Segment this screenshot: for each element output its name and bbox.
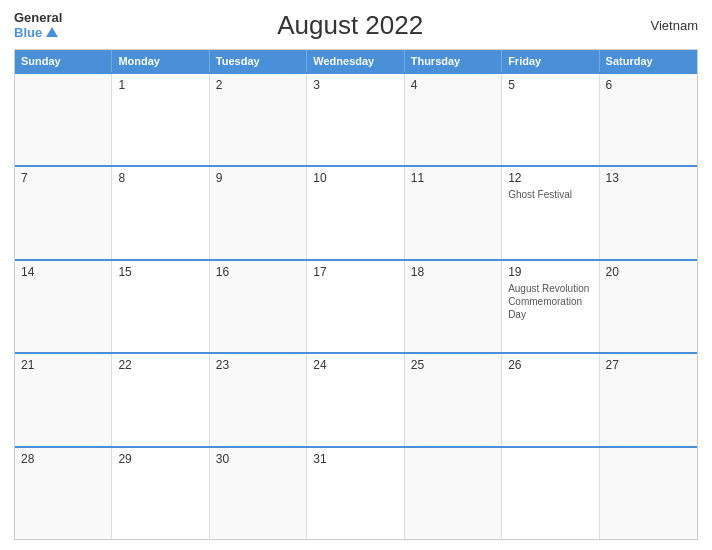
calendar-cell-w4-d3: 23 bbox=[210, 354, 307, 445]
calendar-cell-w1-d7: 6 bbox=[600, 74, 697, 165]
day-number: 26 bbox=[508, 358, 592, 372]
day-number: 30 bbox=[216, 452, 300, 466]
calendar-cell-w1-d6: 5 bbox=[502, 74, 599, 165]
header-friday: Friday bbox=[502, 50, 599, 72]
calendar-cell-w3-d7: 20 bbox=[600, 261, 697, 352]
calendar-cell-w3-d2: 15 bbox=[112, 261, 209, 352]
calendar-cell-w5-d4: 31 bbox=[307, 448, 404, 539]
calendar-cell-w4-d5: 25 bbox=[405, 354, 502, 445]
day-number: 23 bbox=[216, 358, 300, 372]
calendar-cell-w4-d2: 22 bbox=[112, 354, 209, 445]
country-label: Vietnam bbox=[638, 18, 698, 33]
calendar-cell-w2-d7: 13 bbox=[600, 167, 697, 258]
calendar-cell-w2-d4: 10 bbox=[307, 167, 404, 258]
day-number: 5 bbox=[508, 78, 592, 92]
header-wednesday: Wednesday bbox=[307, 50, 404, 72]
event-label: August Revolution Commemoration Day bbox=[508, 282, 592, 321]
calendar-header-row: Sunday Monday Tuesday Wednesday Thursday… bbox=[15, 50, 697, 72]
calendar-cell-w5-d5 bbox=[405, 448, 502, 539]
calendar-week-3: 141516171819August Revolution Commemorat… bbox=[15, 259, 697, 352]
header-monday: Monday bbox=[112, 50, 209, 72]
day-number: 10 bbox=[313, 171, 397, 185]
calendar-cell-w3-d3: 16 bbox=[210, 261, 307, 352]
calendar-cell-w3-d6: 19August Revolution Commemoration Day bbox=[502, 261, 599, 352]
calendar-cell-w2-d2: 8 bbox=[112, 167, 209, 258]
calendar-cell-w5-d7 bbox=[600, 448, 697, 539]
day-number: 11 bbox=[411, 171, 495, 185]
calendar-cell-w5-d2: 29 bbox=[112, 448, 209, 539]
calendar-week-4: 21222324252627 bbox=[15, 352, 697, 445]
calendar-cell-w4-d7: 27 bbox=[600, 354, 697, 445]
day-number: 25 bbox=[411, 358, 495, 372]
calendar-cell-w2-d5: 11 bbox=[405, 167, 502, 258]
calendar-cell-w5-d1: 28 bbox=[15, 448, 112, 539]
day-number: 20 bbox=[606, 265, 691, 279]
day-number: 29 bbox=[118, 452, 202, 466]
day-number: 9 bbox=[216, 171, 300, 185]
day-number: 8 bbox=[118, 171, 202, 185]
day-number: 18 bbox=[411, 265, 495, 279]
calendar-cell-w1-d3: 2 bbox=[210, 74, 307, 165]
calendar-cell-w1-d4: 3 bbox=[307, 74, 404, 165]
day-number: 13 bbox=[606, 171, 691, 185]
day-number: 15 bbox=[118, 265, 202, 279]
day-number: 12 bbox=[508, 171, 592, 185]
calendar-cell-w5-d6 bbox=[502, 448, 599, 539]
event-label: Ghost Festival bbox=[508, 188, 592, 201]
header-thursday: Thursday bbox=[405, 50, 502, 72]
calendar-body: 123456789101112Ghost Festival13141516171… bbox=[15, 72, 697, 539]
header-sunday: Sunday bbox=[15, 50, 112, 72]
day-number: 2 bbox=[216, 78, 300, 92]
logo: General Blue bbox=[14, 11, 62, 40]
calendar-cell-w4-d4: 24 bbox=[307, 354, 404, 445]
day-number: 4 bbox=[411, 78, 495, 92]
day-number: 17 bbox=[313, 265, 397, 279]
day-number: 19 bbox=[508, 265, 592, 279]
calendar-cell-w5-d3: 30 bbox=[210, 448, 307, 539]
day-number: 3 bbox=[313, 78, 397, 92]
calendar-week-2: 789101112Ghost Festival13 bbox=[15, 165, 697, 258]
day-number: 27 bbox=[606, 358, 691, 372]
calendar-cell-w4-d1: 21 bbox=[15, 354, 112, 445]
day-number: 31 bbox=[313, 452, 397, 466]
day-number: 7 bbox=[21, 171, 105, 185]
logo-blue-text: Blue bbox=[14, 26, 58, 40]
calendar-cell-w3-d5: 18 bbox=[405, 261, 502, 352]
day-number: 21 bbox=[21, 358, 105, 372]
calendar-title: August 2022 bbox=[62, 10, 638, 41]
calendar-page: General Blue August 2022 Vietnam Sunday … bbox=[0, 0, 712, 550]
day-number: 22 bbox=[118, 358, 202, 372]
logo-general-text: General bbox=[14, 11, 62, 25]
calendar-cell-w1-d5: 4 bbox=[405, 74, 502, 165]
calendar-cell-w2-d6: 12Ghost Festival bbox=[502, 167, 599, 258]
calendar-cell-w1-d2: 1 bbox=[112, 74, 209, 165]
day-number: 16 bbox=[216, 265, 300, 279]
calendar-cell-w2-d1: 7 bbox=[15, 167, 112, 258]
day-number: 14 bbox=[21, 265, 105, 279]
calendar-cell-w4-d6: 26 bbox=[502, 354, 599, 445]
header: General Blue August 2022 Vietnam bbox=[14, 10, 698, 41]
day-number: 28 bbox=[21, 452, 105, 466]
logo-triangle-icon bbox=[46, 27, 58, 37]
calendar-cell-w2-d3: 9 bbox=[210, 167, 307, 258]
header-saturday: Saturday bbox=[600, 50, 697, 72]
calendar-cell-w1-d1 bbox=[15, 74, 112, 165]
calendar-week-1: 123456 bbox=[15, 72, 697, 165]
calendar-week-5: 28293031 bbox=[15, 446, 697, 539]
day-number: 6 bbox=[606, 78, 691, 92]
day-number: 1 bbox=[118, 78, 202, 92]
calendar-grid: Sunday Monday Tuesday Wednesday Thursday… bbox=[14, 49, 698, 540]
header-tuesday: Tuesday bbox=[210, 50, 307, 72]
calendar-cell-w3-d1: 14 bbox=[15, 261, 112, 352]
day-number: 24 bbox=[313, 358, 397, 372]
calendar-cell-w3-d4: 17 bbox=[307, 261, 404, 352]
